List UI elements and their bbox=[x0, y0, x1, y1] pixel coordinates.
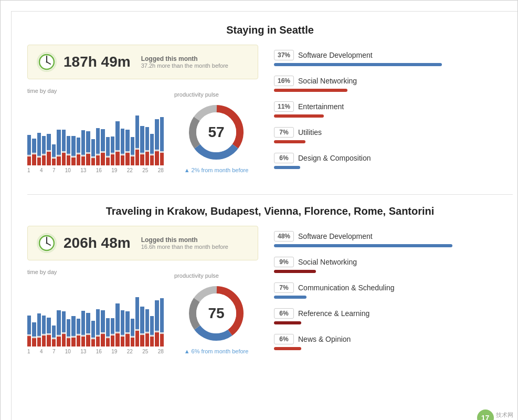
bar-up bbox=[77, 138, 80, 153]
section-seattle: Staying in Seattle 187h 49m bbox=[27, 24, 513, 178]
logged-time-seattle: 187h 49m bbox=[64, 54, 131, 70]
category-bar bbox=[274, 114, 324, 118]
bar-pair bbox=[77, 319, 80, 346]
section-title-krakow: Traveling in Krakow, Budapest, Vienna, F… bbox=[27, 205, 513, 217]
bar-down bbox=[47, 335, 50, 346]
bar-axis bbox=[47, 334, 50, 334]
bar-axis bbox=[57, 155, 60, 156]
bar-axis bbox=[52, 338, 56, 339]
bar-axis bbox=[155, 331, 158, 332]
bar-down bbox=[27, 156, 31, 165]
bar-down bbox=[77, 335, 80, 346]
bar-pair bbox=[125, 130, 129, 165]
bar-down bbox=[131, 156, 134, 165]
bar-up bbox=[111, 318, 114, 334]
bar-pair bbox=[150, 134, 154, 165]
category-bar bbox=[274, 166, 300, 169]
x-label: 13 bbox=[80, 349, 86, 354]
bar-pair bbox=[71, 136, 75, 165]
pulse-change-seattle: ▲ 2% from month before bbox=[174, 167, 258, 173]
bar-pair bbox=[145, 309, 149, 346]
bar-up bbox=[52, 144, 56, 157]
bar-up bbox=[155, 119, 158, 150]
bar-pair bbox=[62, 130, 66, 165]
bar-axis bbox=[145, 151, 149, 151]
bar-up bbox=[52, 326, 56, 338]
bar-up bbox=[86, 313, 90, 333]
bar-down bbox=[131, 338, 134, 346]
bar-down bbox=[86, 335, 90, 346]
category-name: Entertainment bbox=[298, 102, 344, 111]
left-panel-krakow: 206h 48m Logged this month 16.6h more th… bbox=[27, 226, 258, 360]
bar-pair bbox=[155, 119, 158, 165]
bar-down bbox=[47, 152, 50, 165]
bar-up bbox=[101, 129, 104, 151]
bar-axis bbox=[160, 333, 164, 333]
bar-pair bbox=[62, 311, 66, 346]
clock-icon-seattle bbox=[36, 51, 57, 72]
bar-up bbox=[106, 318, 110, 337]
logged-sub-seattle: 37.2h more than the month before bbox=[141, 62, 228, 69]
bar-chart-label-krakow: time by day bbox=[27, 269, 164, 275]
svg-point-5 bbox=[46, 61, 48, 63]
bar-up bbox=[115, 121, 119, 150]
bar-pair bbox=[115, 121, 119, 165]
bar-pair bbox=[121, 310, 124, 346]
x-label: 28 bbox=[158, 349, 164, 354]
bar-pair bbox=[160, 298, 164, 346]
category-pct: 6% bbox=[274, 308, 294, 319]
x-labels-krakow: 14710131619222528 bbox=[27, 349, 164, 354]
donut-krakow: productivity pulse bbox=[174, 272, 258, 354]
bar-down bbox=[125, 334, 129, 346]
bar-pair bbox=[47, 134, 50, 165]
bar-down bbox=[135, 331, 139, 346]
bar-axis bbox=[106, 156, 110, 157]
logged-sub-krakow: 16.6h more than the month before bbox=[141, 244, 228, 250]
bar-chart-seattle: time by day 14710131619222528 bbox=[27, 88, 164, 173]
category-pct: 6% bbox=[274, 153, 294, 163]
bar-up bbox=[140, 126, 144, 153]
bar-axis bbox=[106, 337, 110, 338]
bar-axis bbox=[145, 332, 149, 333]
bar-axis bbox=[160, 152, 164, 152]
bar-pair bbox=[32, 322, 36, 346]
bar-pair bbox=[160, 117, 164, 165]
bar-axis bbox=[37, 156, 41, 157]
category-pct: 11% bbox=[274, 101, 294, 112]
bar-axis bbox=[135, 330, 139, 330]
bar-axis bbox=[96, 154, 100, 155]
bar-pair bbox=[52, 326, 56, 346]
bar-up bbox=[47, 318, 50, 333]
bar-axis bbox=[140, 153, 144, 154]
bar-up bbox=[67, 136, 70, 154]
bar-pair bbox=[81, 130, 85, 165]
bar-pair bbox=[150, 316, 154, 346]
bar-pair bbox=[57, 130, 60, 165]
bar-down bbox=[115, 152, 119, 165]
bar-pair bbox=[32, 139, 36, 165]
bar-down bbox=[81, 156, 85, 165]
bar-up bbox=[27, 135, 31, 155]
bar-pair bbox=[86, 131, 90, 165]
bar-axis bbox=[86, 334, 90, 334]
bar-up bbox=[115, 303, 119, 332]
bar-down bbox=[111, 335, 114, 346]
bar-down bbox=[32, 154, 36, 165]
logged-label-krakow: Logged this month bbox=[141, 236, 228, 244]
bar-axis bbox=[135, 149, 139, 149]
category-pct: 48% bbox=[274, 231, 294, 242]
bar-down bbox=[121, 155, 124, 165]
x-label: 25 bbox=[142, 167, 148, 173]
bar-down bbox=[67, 155, 70, 165]
x-labels-seattle: 14710131619222528 bbox=[27, 167, 164, 173]
category-row: 6%Design & Composition bbox=[274, 153, 513, 169]
bar-down bbox=[42, 155, 46, 165]
x-label: 22 bbox=[127, 349, 133, 354]
category-row: 6%News & Opinion bbox=[274, 334, 513, 350]
bar-pair bbox=[140, 307, 144, 346]
bar-down bbox=[42, 335, 46, 346]
category-bar bbox=[274, 140, 305, 143]
bar-axis bbox=[57, 335, 60, 336]
category-row: 7%Utilities bbox=[274, 127, 513, 143]
logged-time-krakow: 206h 48m bbox=[64, 235, 131, 251]
